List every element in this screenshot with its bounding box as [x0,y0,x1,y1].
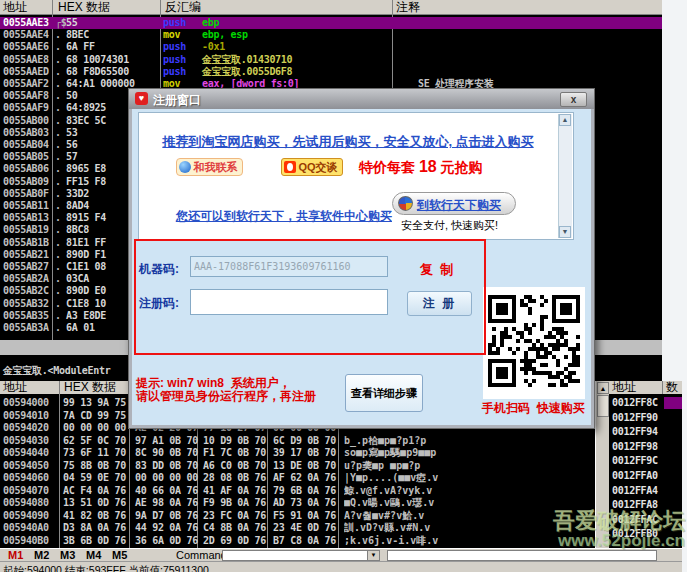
module-entry-text: 金宝宝取.<ModuleEntr [3,364,110,378]
dump-row[interactable]: 00594070AC F4 0A 7640 66 0A 7641 AF 0A 7… [0,485,595,497]
disasm-row[interactable]: 0055AAE3┌$55pushebp [0,17,662,29]
disasm-row[interactable]: 0055AAE8.68 10074301push金宝宝取.01430710 [0,54,662,66]
scroll-up-icon[interactable]: ▲ [559,114,571,126]
stack-row[interactable]: 0012FF9C [609,455,682,467]
command-input[interactable]: ▼ [222,550,380,561]
dump-address: 00594030 [3,435,49,447]
dump-address: 00594080 [3,497,49,509]
disasm-prefix: . [55,29,61,41]
disasm-bytes: 53 [66,127,77,139]
disasm-address: 0055AAF2 [3,78,49,90]
qq-chat-button[interactable]: QQ交谈 [281,158,343,176]
dump-bytes: F9 9B 0A 76 [203,497,266,509]
disasm-mnemonic: push [163,17,186,29]
dump-scrollbar[interactable]: ▲ [595,381,610,548]
disasm-prefix: . [55,151,61,163]
stack-row[interactable]: 0012FFB0 [609,528,682,540]
dump-bytes: AD 73 0A 76 [273,497,336,509]
stack-selected-cell [664,397,682,409]
disasm-prefix: . [55,261,61,273]
stack-row[interactable]: 0012FF98 [609,441,682,453]
disasm-bytes: 64:8925 [66,102,106,114]
dump-bytes: F5 91 0A 76 [273,510,336,522]
disasm-address: 0055AB04 [3,139,49,151]
view-steps-button[interactable]: 查看详细步骤 [345,374,423,412]
dump-ascii: 鯨.v@f.vA?vyk.v [344,485,592,497]
disasm-bytes: 8965 E8 [66,163,106,175]
disasm-prefix: . [55,78,61,90]
command-result-field [387,550,657,561]
dump-bytes: 23 4E 0D 76 [273,522,336,534]
dump-row[interactable]: 0059409041 82 0B 769A D7 0B 7623 FC 0A 7… [0,510,595,522]
dump-bytes: 13 DE 0B 70 [273,460,336,472]
dump-ascii: ■Q.v暘.v鷗.v璱.v [344,497,592,509]
stack-row[interactable]: 0012FFAC [609,514,682,526]
dump-row[interactable]: 0059405075 8B 0B 7083 DD 0B 70A6 C0 0B 7… [0,460,595,472]
taobao-purchase-link[interactable]: 推荐到淘宝网店购买，先试用后购买，安全又放心, 点击进入购买 [139,133,557,151]
store-purchase-button[interactable]: 到软行天下购买 [392,192,516,215]
disasm-address: 0055AB13 [3,212,49,224]
dump-bytes: 00 00 00 00 [63,422,126,434]
stack-address: 0012FF98 [612,441,658,453]
dump-bytes: AC F4 0A 76 [63,485,126,497]
heart-icon: ♥ [135,92,148,105]
stack-row[interactable]: 0012FFA4 [609,485,682,497]
special-price-text: 特价每套 18 元抢购 [359,158,483,177]
disasm-bytes: 83EC 5C [66,115,106,127]
disasm-prefix: . [55,273,61,285]
disasm-row[interactable]: 0055AAE4.8BECmovebp, esp [0,29,662,41]
header-disasm: 反汇编 [165,0,201,14]
scroll-down-icon[interactable]: ▼ [559,226,571,238]
dump-bytes: AE 98 0A 76 [135,497,198,509]
stack-row[interactable]: 0012FF90 [609,412,682,424]
status-text: 起始:594000 结束:593FFF 当前值:75911300 [3,564,209,572]
stack-row[interactable]: 0012FFA0 [609,470,682,482]
disasm-row[interactable]: 0055AAE6.6A FFpush-0x1 [0,41,662,53]
dump-row[interactable]: 0059404073 6F 11 708C 90 0B 70F1 7C 0B 7… [0,447,595,459]
disasm-address: 0055AB27 [3,261,49,273]
dump-bytes: AF 62 0A 76 [273,472,336,484]
qr-caption: 手机扫码 快速购买 [482,400,585,417]
disasm-row[interactable]: 0055AAED.68 F8D65500push金宝宝取.0055D6F8 [0,66,662,78]
stack-row[interactable]: 0012FF94 [609,426,682,438]
dump-bytes: 83 DD 0B 70 [135,460,198,472]
disasm-address: 0055AB3A [3,322,49,334]
stack-row[interactable]: 0012FFA8 [609,499,682,511]
disasm-prefix: . [55,163,61,175]
debugger-window: 地址 HEX 数据 反汇编 注释 0055AAE3┌$55pushebp0055… [0,0,687,572]
disasm-prefix: . [55,66,61,78]
scrollbar-thumb[interactable] [597,395,609,417]
dump-row[interactable]: 005940B03B 6B 0D 7636 6A 0D 762D 69 0D 7… [0,535,595,547]
disasm-bytes: 890D F1 [66,249,106,261]
disasm-bytes: A3 E8DE [66,310,106,322]
dropdown-arrow-icon[interactable]: ▼ [367,551,379,560]
dump-address: 00594010 [3,410,49,422]
disasm-mnemonic: push [163,41,186,53]
dump-row[interactable]: 0059408013 51 0D 76AE 98 0A 76F9 9B 0A 7… [0,497,595,509]
dump-row[interactable]: 0059403062 5F 0C 7097 A1 0B 7010 D9 0B 7… [0,435,595,447]
disasm-bytes: 03CA [66,273,89,285]
stack-address: 0012FFA0 [612,470,658,482]
ruanxing-purchase-link[interactable]: 您还可以到软行天下，共享软件中心购买 [176,208,392,225]
disasm-prefix: . [55,285,61,297]
disasm-prefix: ┌$ [55,17,66,29]
dump-bytes: 73 6F 11 70 [63,447,126,459]
disasm-address: 0055AAE6 [3,41,49,53]
stack-row[interactable]: 0012FF8C [609,397,682,409]
disasm-address: 0055AB2A [3,273,49,285]
dump-bytes: 62 5F 0C 70 [63,435,126,447]
dump-row[interactable]: 0059406004 59 0E 7000 00 00 0028 08 0B 7… [0,472,595,484]
disasm-prefix: . [55,176,61,188]
close-button[interactable]: x [560,92,587,107]
infobox-scrollbar[interactable]: ▲ ▼ [558,114,572,238]
dump-row[interactable]: 005940A0D3 8A 0A 7644 92 0A 76C4 8B 0A 7… [0,522,595,534]
dump-header-address: 地址 [3,380,27,394]
scroll-up-icon[interactable]: ▲ [597,382,609,394]
disasm-address: 0055AB05 [3,151,49,163]
disasm-address: 0055AB03 [3,127,49,139]
dump-address: 00594050 [3,460,49,472]
contact-me-button[interactable]: 和我联系 [176,158,243,176]
disasm-operand: 金宝宝取.01430710 [202,54,292,66]
stack-pane[interactable]: 0012FF8C0012FF900012FF940012FF980012FF9C… [609,394,682,548]
dialog-titlebar[interactable]: ♥ 注册窗口 x [129,89,594,109]
